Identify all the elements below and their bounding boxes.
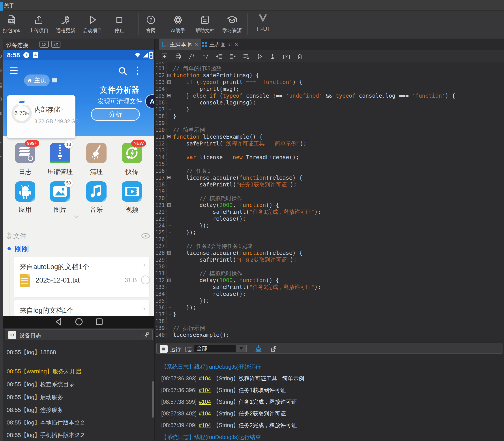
file-size: 31 B (125, 277, 137, 284)
log-ref-link[interactable]: #104 (199, 375, 211, 381)
menu-about[interactable]: 关于 (4, 2, 14, 9)
fold-gutter (167, 99, 173, 106)
edtool-test-flask[interactable] (268, 52, 278, 61)
fold-collapse-icon[interactable] (168, 204, 171, 207)
toolbar-upload-project[interactable]: 上传项目 (25, 14, 52, 34)
toolbar-remote-update[interactable]: 远程更新 (52, 14, 79, 34)
line-number: 116 (155, 168, 167, 174)
nav-recents-button[interactable] (95, 317, 103, 326)
popout-icon[interactable] (143, 332, 149, 338)
app-image[interactable]: 59图片 (47, 181, 73, 214)
edtool-new-file[interactable] (159, 52, 170, 61)
nav-home-button[interactable] (75, 317, 83, 326)
analyze-button[interactable]: 分析 (91, 108, 140, 121)
edtool-format-code[interactable] (241, 52, 252, 61)
toolbar-official-site[interactable]: ?官网 (137, 14, 165, 34)
zoom-2x-button[interactable]: 2X (51, 41, 60, 47)
edtool-indent[interactable] (227, 52, 238, 61)
fold-gutter[interactable] (167, 133, 173, 140)
fold-gutter[interactable] (167, 250, 173, 256)
strip-icon-2[interactable]: ▤ (0, 81, 3, 88)
log-filter-select[interactable]: 全部 (194, 345, 236, 352)
home-tab[interactable]: 主页 (24, 75, 50, 86)
select-arrow-button[interactable] (236, 345, 247, 352)
log-ref-link[interactable]: #104 (199, 422, 211, 428)
fold-gutter[interactable] (167, 79, 173, 85)
code-editor[interactable]: 100101// 简单的打印函数102function safePrintl(m… (155, 62, 504, 379)
device-screen-mirror[interactable]: 8:58 i A 主页 (3, 50, 154, 328)
toolbar-help-docs[interactable]: 帮助文档 (191, 14, 218, 34)
edtool-run[interactable] (254, 52, 265, 61)
app-android[interactable]: 应用 (12, 181, 38, 214)
floating-assistant-avatar[interactable]: A (145, 94, 154, 109)
tab-main-script[interactable]: 主脚本.js ✕ (159, 39, 202, 50)
line-number: 138 (155, 318, 167, 324)
fold-gutter[interactable] (167, 92, 173, 99)
popout-icon[interactable] (270, 346, 277, 353)
zoom-1x-button[interactable]: 1X (39, 41, 49, 47)
fold-collapse-icon[interactable] (168, 80, 171, 84)
fold-collapse-icon[interactable] (168, 176, 171, 179)
toolbar-learning[interactable]: 学习资源 (218, 14, 246, 34)
fold-collapse-icon[interactable] (168, 251, 171, 254)
log-ref-link[interactable]: #104 (199, 410, 211, 417)
storage-card[interactable]: 6.73% 内部存储 › 3.32 GB / 49.32 GB (7, 95, 75, 138)
toolbar-ai-assistant[interactable]: AI助手 (164, 14, 192, 34)
file-select-radio[interactable] (141, 275, 150, 284)
kebab-menu-icon[interactable] (137, 66, 138, 75)
fold-gutter[interactable] (167, 174, 173, 181)
fold-collapse-icon[interactable] (168, 279, 171, 282)
edtool-clear-trash[interactable] (295, 52, 305, 61)
tab-main-ui[interactable]: 主界面.ui ✕ (199, 39, 241, 50)
new-file-group-card[interactable]: 来自log的文档1个› (14, 300, 149, 316)
app-video[interactable]: 视频 (119, 181, 145, 214)
clear-log-broom-icon[interactable] (254, 345, 263, 353)
fold-collapse-icon[interactable] (168, 94, 171, 97)
strip-icon-4[interactable]: ≡ (0, 110, 3, 117)
strip-icon-5[interactable]: ≡ (0, 125, 3, 131)
device-log-list[interactable]: 08:55【log】1886808:55【warning】服务未开启08:55【… (3, 341, 154, 441)
edtool-outdent[interactable] (214, 52, 224, 61)
fold-gutter[interactable] (167, 202, 173, 208)
hui-logo-icon (249, 14, 277, 23)
code-line-105: 105 } else if (typeof console !== 'undef… (155, 92, 504, 99)
fold-collapse-icon[interactable] (168, 74, 171, 77)
line-number: 105 (155, 93, 167, 99)
code-line-103: 103 if (typeof printl === 'function') { (155, 79, 504, 85)
strip-icon-0[interactable]: ↻ (0, 53, 3, 60)
edtool-print[interactable] (173, 52, 184, 61)
eye-icon[interactable] (141, 233, 150, 239)
strip-icon-7[interactable]: ⌐ (0, 153, 3, 160)
device-log-header[interactable]: ⚙ 设备日志 (5, 329, 153, 340)
fold-gutter[interactable] (167, 72, 173, 79)
toolbar-stop[interactable]: 停止 (106, 14, 133, 34)
edtool-comment-open[interactable]: /* (187, 52, 197, 61)
close-icon[interactable]: ✕ (194, 42, 198, 47)
line-number: 123 (155, 216, 167, 222)
file-name[interactable]: 2025-12-01.txt (35, 276, 80, 284)
ai-assistant-icon (164, 14, 192, 26)
fold-gutter[interactable] (167, 277, 173, 284)
new-file-group-card[interactable]: 来自autoLog的文档1个›2025-12-01.txt31 B (14, 257, 149, 297)
search-icon[interactable] (118, 66, 128, 76)
chevron-down-icon[interactable] (73, 214, 79, 220)
app-transfer[interactable]: NEW快传 (119, 143, 145, 176)
app-zip[interactable]: 13压缩管理 (47, 143, 73, 176)
close-icon[interactable]: ✕ (234, 42, 238, 47)
nav-back-button[interactable] (54, 317, 62, 326)
hamburger-menu-icon[interactable] (10, 67, 18, 75)
toolbar-package-apk[interactable]: APK打包apk (0, 14, 25, 34)
app-music[interactable]: 音乐 (83, 181, 110, 214)
app-clean[interactable]: 清理 (83, 143, 110, 176)
log-ref-link[interactable]: #104 (199, 399, 211, 405)
app-log[interactable]: 999+日志 (12, 143, 38, 176)
strip-icon-3[interactable]: ⊙ (0, 96, 3, 103)
log-ref-link[interactable]: #104 (199, 387, 211, 393)
fold-collapse-icon[interactable] (168, 135, 171, 138)
strip-icon-6[interactable]: ⌁ (0, 139, 3, 146)
edtool-comment-close[interactable]: */ (200, 52, 211, 61)
device-log-scrollbar[interactable] (152, 381, 154, 418)
edtool-variables[interactable]: [x] (281, 52, 292, 61)
strip-icon-1[interactable]: ⚙ (0, 67, 3, 74)
toolbar-run-project[interactable]: 启动项目 (79, 14, 106, 34)
